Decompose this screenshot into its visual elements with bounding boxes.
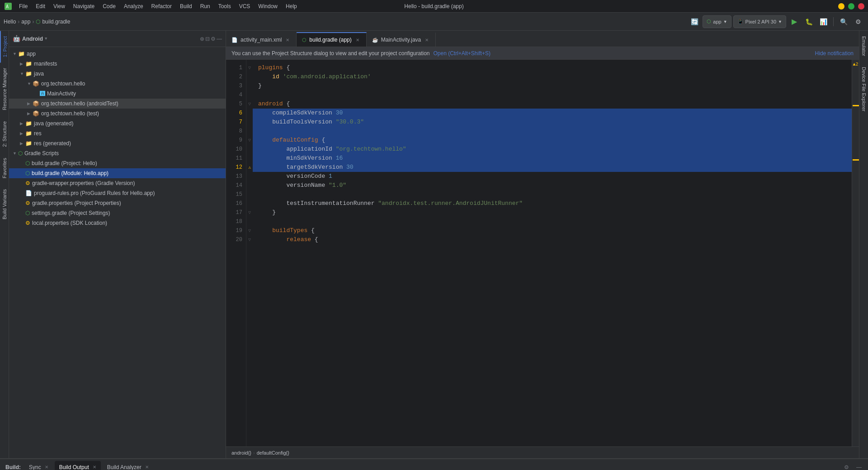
tab-build-output[interactable]: Build Output ✕ <box>55 461 101 470</box>
tree-item-build-gradle-module[interactable]: ⬡ build.gradle (Module: Hello.app) <box>9 168 226 178</box>
bottom-minimize-icon[interactable]: — <box>854 462 864 470</box>
module-name: app <box>713 19 721 24</box>
tab-close-xml[interactable]: ✕ <box>284 37 291 43</box>
tree-item-test[interactable]: ▶ 📦 org.techtown.hello (test) <box>9 109 226 119</box>
breadcrumb-defaultconfig[interactable]: defaultConfig{} <box>257 450 289 456</box>
code-content[interactable]: plugins { id 'com.android.application' }… <box>253 60 852 446</box>
line-num-12: 12 <box>226 163 242 172</box>
line-num-15: 15 <box>226 190 242 199</box>
tab-close-build-output[interactable]: ✕ <box>93 465 96 470</box>
line-num-8: 8 <box>226 127 242 136</box>
close-button[interactable] <box>858 3 864 9</box>
menu-vcs[interactable]: VCS <box>236 2 254 11</box>
warnings-count[interactable]: ▲2 <box>852 60 859 69</box>
tree-item-mainactivity[interactable]: 🅰 MainActivity <box>9 89 226 99</box>
code-line-16: testInstrumentationRunner "androidx.test… <box>258 199 846 208</box>
search-everywhere-button[interactable]: 🔍 <box>837 15 850 28</box>
menu-file[interactable]: File <box>15 2 31 11</box>
tab-build-analyzer[interactable]: Build Analyzer ✕ <box>103 461 153 470</box>
sync-button[interactable]: 🔄 <box>688 15 701 28</box>
java-file-icon: ☕ <box>372 37 378 43</box>
tab-build-gradle[interactable]: ⬡ build.gradle (app) ✕ <box>297 32 366 47</box>
tree-item-gradle-scripts[interactable]: ▼ ⬡ Gradle Scripts <box>9 148 226 158</box>
hide-panel-icon[interactable]: — <box>217 36 222 42</box>
warn-marker-2 <box>853 159 859 161</box>
editor-gutter-right: ▲2 <box>852 60 859 446</box>
minimize-button[interactable] <box>838 3 844 9</box>
tab-activity-main[interactable]: 📄 activity_main.xml ✕ <box>226 32 297 47</box>
notification-bar: You can use the Project Structure dialog… <box>226 47 859 60</box>
bottom-settings-icon[interactable]: ⚙ <box>841 462 852 470</box>
vtab-structure[interactable]: 2: Structure <box>0 116 9 152</box>
tree-item-local-props[interactable]: ⚙ local.properties (SDK Location) <box>9 218 226 228</box>
tab-close-build-analyzer[interactable]: ✕ <box>145 465 149 470</box>
settings-button[interactable]: ⚙ <box>852 15 864 28</box>
collapse-icon[interactable]: ⊟ <box>205 36 210 42</box>
xml-file-icon: 📄 <box>231 37 238 43</box>
line-num-20: 20 <box>226 235 242 244</box>
menu-build[interactable]: Build <box>176 2 196 11</box>
vtab-project[interactable]: 1: Project <box>0 31 9 62</box>
tree-item-build-gradle-project[interactable]: ⬡ build.gradle (Project: Hello) <box>9 158 226 168</box>
menu-navigate[interactable]: Navigate <box>70 2 98 11</box>
tree-item-res[interactable]: ▶ 📁 res <box>9 128 226 138</box>
code-line-14: versionName "1.0" <box>258 181 846 190</box>
profile-button[interactable]: 📊 <box>817 15 830 28</box>
line-num-4: 4 <box>226 90 242 100</box>
breadcrumb-file[interactable]: ⬡ build.gradle <box>36 19 70 25</box>
toolbar: Hello › app › ⬡ build.gradle 🔄 ⬡ app ▼ 📱… <box>0 13 868 31</box>
menu-help[interactable]: Help <box>282 2 301 11</box>
tree-item-gradle-props[interactable]: ⚙ gradle.properties (Project Properties) <box>9 198 226 208</box>
tree-item-gradle-wrapper[interactable]: ⚙ gradle-wrapper.properties (Gradle Vers… <box>9 178 226 188</box>
tab-sync[interactable]: Sync ✕ <box>24 461 53 470</box>
menu-analyze[interactable]: Analyze <box>120 2 147 11</box>
maximize-button[interactable] <box>848 3 854 9</box>
line-num-14: 14 <box>226 181 242 190</box>
menu-code[interactable]: Code <box>99 2 119 11</box>
notification-link[interactable]: Open (Ctrl+Alt+Shift+S) <box>434 50 491 57</box>
settings-gear-icon[interactable]: ⚙ <box>211 36 216 42</box>
line-num-2: 2 <box>226 72 242 81</box>
tab-close-gradle[interactable]: ✕ <box>354 37 361 43</box>
hide-notification-button[interactable]: Hide notification <box>815 50 854 57</box>
vtab-device-file-explorer[interactable]: Device File Explorer <box>859 62 868 117</box>
tree-item-res-gen[interactable]: ▶ 📁 res (generated) <box>9 138 226 148</box>
breadcrumb-app[interactable]: app <box>21 19 30 25</box>
menu-refactor[interactable]: Refactor <box>148 2 175 11</box>
vtab-build-variants[interactable]: Build Variants <box>0 184 9 225</box>
breadcrumb-android[interactable]: android{} <box>231 450 251 456</box>
module-selector[interactable]: ⬡ app ▼ <box>703 15 731 28</box>
code-line-20: release { <box>258 235 846 244</box>
tree-item-package[interactable]: ▼ 📦 org.techtown.hello <box>9 79 226 89</box>
tree-item-settings-gradle[interactable]: ⬡ settings.gradle (Project Settings) <box>9 208 226 218</box>
tree-item-manifests[interactable]: ▶ 📁 manifests <box>9 59 226 69</box>
tree-item-java-gen[interactable]: ▶ 📁 java (generated) <box>9 119 226 128</box>
menu-run[interactable]: Run <box>197 2 214 11</box>
line-num-3: 3 <box>226 81 242 90</box>
file-tree[interactable]: ▼ 📁 app ▶ 📁 manifests ▼ 📁 java ▼ 📦 org.t… <box>9 47 226 458</box>
vtab-favorites[interactable]: Favorites <box>0 152 9 184</box>
menu-window[interactable]: Window <box>255 2 281 11</box>
window-controls <box>838 3 864 9</box>
menu-view[interactable]: View <box>50 2 69 11</box>
vtab-resource-manager[interactable]: Resource Manager <box>0 62 9 116</box>
debug-button[interactable]: 🐛 <box>802 15 815 28</box>
tab-close-java[interactable]: ✕ <box>424 37 430 43</box>
avd-selector[interactable]: 📱 Pixel 2 API 30 ▼ <box>733 15 786 28</box>
tree-item-app[interactable]: ▼ 📁 app <box>9 49 226 59</box>
menu-edit[interactable]: Edit <box>32 2 49 11</box>
tab-mainactivity[interactable]: ☕ MainActivity.java ✕ <box>367 32 436 47</box>
tab-close-sync[interactable]: ✕ <box>45 465 48 470</box>
run-button[interactable]: ▶ <box>788 15 801 28</box>
sync-icon[interactable]: ⊕ <box>200 36 204 42</box>
line-numbers: 1 2 3 4 5 6 7 8 9 10 11 12 13 14 15 16 1… <box>226 60 246 446</box>
breadcrumb: Hello › app › ⬡ build.gradle <box>4 19 70 25</box>
tree-item-androidtest[interactable]: ▶ 📦 org.techtown.hello (androidTest) <box>9 99 226 109</box>
tree-item-java[interactable]: ▼ 📁 java <box>9 69 226 79</box>
breadcrumb-hello[interactable]: Hello <box>4 19 16 25</box>
tree-item-proguard[interactable]: 📄 proguard-rules.pro (ProGuard Rules for… <box>9 188 226 198</box>
vtab-emulator[interactable]: Emulator <box>859 31 868 62</box>
menu-tools[interactable]: Tools <box>215 2 235 11</box>
code-line-11: minSdkVersion 16 <box>253 154 852 163</box>
editor-area: 📄 activity_main.xml ✕ ⬡ build.gradle (ap… <box>226 31 859 458</box>
